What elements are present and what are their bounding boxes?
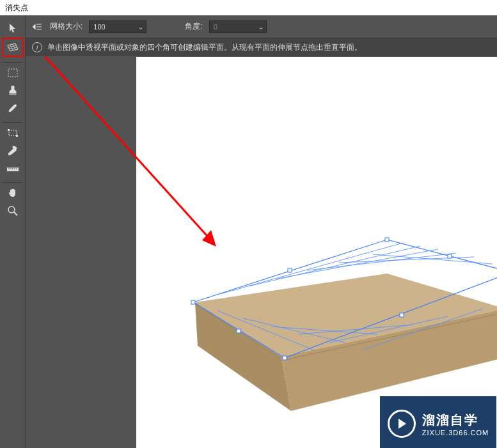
- brush-tool[interactable]: [3, 100, 23, 117]
- svg-rect-11: [385, 238, 389, 242]
- hand-icon: [8, 188, 18, 198]
- dialog-title: 消失点: [5, 3, 28, 12]
- hand-tool[interactable]: [3, 185, 23, 201]
- cursor-icon: [8, 23, 18, 33]
- brush-icon: [8, 104, 18, 114]
- edit-plane-tool[interactable]: [3, 20, 23, 36]
- title-bar: 消失点: [0, 0, 497, 15]
- grid-size-label: 网格大小:: [50, 21, 83, 32]
- zoom-icon: [8, 206, 18, 216]
- watermark-brand: 溜溜自学: [422, 412, 489, 429]
- zoom-tool[interactable]: [3, 203, 23, 219]
- stamp-icon: [8, 86, 17, 96]
- canvas[interactable]: 溜溜自学 ZIXUE.3D66.COM: [26, 56, 497, 448]
- workspace: 网格大小: 角度: i 单击图像中透视平面或对象的四个角可创建编辑平面。从现有平…: [26, 15, 497, 448]
- ruler-icon: [7, 166, 19, 172]
- svg-rect-16: [400, 313, 404, 317]
- marquee-icon: [8, 68, 18, 77]
- info-bar: i 单击图像中透视平面或对象的四个角可创建编辑平面。从现有平面的伸展节点拖出垂直…: [26, 38, 497, 56]
- create-plane-tool[interactable]: [2, 38, 24, 57]
- svg-rect-1: [9, 130, 17, 135]
- angle-label: 角度:: [185, 21, 202, 32]
- info-icon: i: [32, 42, 42, 52]
- toolbar-divider-2: [3, 119, 22, 123]
- marquee-tool[interactable]: [3, 65, 23, 81]
- transform-icon: [8, 129, 18, 137]
- stamp-tool[interactable]: [3, 82, 23, 99]
- toolbar-divider: [3, 59, 22, 63]
- svg-rect-14: [288, 268, 292, 272]
- play-icon: [388, 410, 416, 438]
- svg-rect-15: [448, 254, 452, 258]
- grid-size-input[interactable]: [89, 20, 146, 33]
- watermark: 溜溜自学 ZIXUE.3D66.COM: [380, 396, 496, 448]
- grid-icon: [7, 43, 19, 52]
- svg-rect-17: [237, 329, 241, 333]
- transform-tool[interactable]: [3, 125, 23, 141]
- angle-select[interactable]: [209, 20, 267, 33]
- perspective-grid[interactable]: [182, 235, 497, 376]
- svg-rect-0: [8, 69, 17, 77]
- svg-rect-10: [191, 300, 195, 304]
- eyedropper-tool[interactable]: [3, 143, 23, 159]
- svg-rect-3: [16, 135, 18, 137]
- toolbar-divider-3: [3, 179, 22, 183]
- flyout-menu-icon[interactable]: [31, 20, 43, 33]
- toolbar: [0, 15, 26, 448]
- svg-point-5: [8, 206, 15, 213]
- main-area: 网格大小: 角度: i 单击图像中透视平面或对象的四个角可创建编辑平面。从现有平…: [0, 15, 497, 448]
- grid-size-select[interactable]: [89, 20, 146, 33]
- svg-rect-13: [283, 356, 287, 360]
- svg-rect-2: [8, 129, 10, 131]
- measure-tool[interactable]: [3, 160, 23, 177]
- options-bar: 网格大小: 角度:: [26, 15, 497, 38]
- eyedropper-icon: [8, 146, 18, 156]
- info-text: 单击图像中透视平面或对象的四个角可创建编辑平面。从现有平面的伸展节点拖出垂直平面…: [47, 42, 362, 53]
- angle-input[interactable]: [209, 20, 267, 33]
- watermark-domain: ZIXUE.3D66.COM: [422, 429, 489, 436]
